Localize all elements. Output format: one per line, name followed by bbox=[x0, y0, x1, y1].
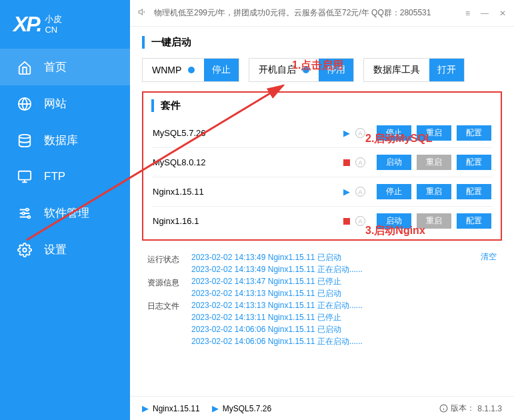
suite-name: MySQL8.0.12 bbox=[153, 157, 343, 167]
speaker-icon bbox=[138, 7, 147, 19]
footer: ▶Nginx1.15.11 ▶MySQL5.7.26 版本：8.1.1.3 bbox=[130, 396, 514, 420]
status-dot bbox=[303, 67, 309, 73]
nav-label: 数据库 bbox=[44, 133, 78, 148]
action-button[interactable]: 配置 bbox=[457, 213, 491, 229]
action-button[interactable]: 配置 bbox=[457, 125, 491, 141]
nav-label: FTP bbox=[44, 170, 65, 183]
logo-xp: XP. bbox=[13, 12, 41, 37]
quick-wnmp: WNMP 停止 bbox=[142, 58, 239, 82]
stop-icon bbox=[343, 218, 350, 225]
log-line: 2023-02-02 14:13:49 Nginx1.15.11 已启动 bbox=[191, 251, 469, 263]
action-button[interactable]: 启动 bbox=[377, 213, 411, 229]
suite-actions: 停止重启配置 bbox=[377, 184, 491, 199]
stop-button[interactable]: 停止 bbox=[204, 59, 239, 81]
play-icon: ▶ bbox=[142, 403, 149, 413]
suite-row: Nginx1.16.1A启动重启配置 bbox=[151, 206, 493, 235]
nav-ftp[interactable]: FTP bbox=[0, 159, 130, 195]
suite-row: MySQL8.0.12A启动重启配置 bbox=[151, 147, 493, 177]
sliders-icon bbox=[17, 206, 32, 221]
play-icon: ▶ bbox=[343, 187, 350, 197]
log-line: 2023-02-02 14:06:06 Nginx1.15.11 正在启动...… bbox=[191, 335, 469, 347]
info-label-log[interactable]: 日志文件 bbox=[147, 301, 179, 312]
footer-mysql: ▶MySQL5.7.26 bbox=[212, 403, 271, 413]
quick-label: 数据库工具 bbox=[373, 64, 420, 76]
log-line: 2023-02-02 14:13:47 Nginx1.15.11 已停止 bbox=[191, 275, 469, 287]
globe-icon bbox=[17, 97, 32, 111]
quick-title: 一键启动 bbox=[142, 36, 502, 49]
info-icon bbox=[439, 404, 448, 413]
nav-label: 设置 bbox=[44, 242, 67, 257]
action-button[interactable]: 启动 bbox=[377, 155, 411, 170]
open-button[interactable]: 打开 bbox=[429, 59, 464, 81]
info-label-resource[interactable]: 资源信息 bbox=[147, 277, 179, 289]
gear-icon bbox=[17, 243, 32, 257]
svg-rect-2 bbox=[19, 171, 31, 180]
suite-status: ▶A bbox=[343, 187, 377, 197]
quick-label: WNMP bbox=[152, 65, 181, 75]
suite-name: Nginx1.15.11 bbox=[153, 187, 343, 197]
suite-name: Nginx1.16.1 bbox=[153, 216, 343, 226]
log-line: 2023-02-02 14:13:49 Nginx1.15.11 正在启动...… bbox=[191, 263, 469, 275]
logo: XP. 小皮 CN bbox=[0, 0, 130, 49]
nav-label: 软件管理 bbox=[44, 205, 89, 221]
auto-icon: A bbox=[355, 157, 365, 167]
topbar-notice: 物理机低至299元/年，拼团成功0元得。云服务器低至72元/年 QQ群：2805… bbox=[154, 7, 431, 19]
log-line: 2023-02-02 14:13:13 Nginx1.15.11 已启动 bbox=[191, 287, 469, 299]
suite-row: Nginx1.15.11▶A停止重启配置 bbox=[151, 177, 493, 206]
close-icon[interactable]: ✕ bbox=[499, 9, 506, 18]
main: 物理机低至299元/年，拼团成功0元得。云服务器低至72元/年 QQ群：2805… bbox=[130, 0, 514, 420]
nav-settings[interactable]: 设置 bbox=[0, 231, 130, 268]
log-line: 2023-02-02 14:06:06 Nginx1.15.11 已启动 bbox=[191, 323, 469, 335]
suite-panel: 套件 MySQL5.7.26▶A停止重启配置MySQL8.0.12A启动重启配置… bbox=[142, 91, 502, 241]
disable-button[interactable]: 停用 bbox=[319, 59, 353, 81]
suite-actions: 启动重启配置 bbox=[377, 155, 491, 170]
info-label-status[interactable]: 运行状态 bbox=[147, 254, 179, 265]
quick-label: 开机自启 bbox=[259, 64, 296, 76]
suite-actions: 启动重启配置 bbox=[377, 213, 491, 229]
play-icon: ▶ bbox=[212, 403, 219, 413]
quick-dbtool: 数据库工具 打开 bbox=[363, 58, 465, 82]
nav-site[interactable]: 网站 bbox=[0, 85, 130, 122]
auto-icon: A bbox=[355, 216, 365, 226]
footer-nginx: ▶Nginx1.15.11 bbox=[142, 403, 200, 413]
info-panel: 运行状态 资源信息 日志文件 2023-02-02 14:13:49 Nginx… bbox=[142, 249, 502, 350]
suite-status: A bbox=[343, 216, 377, 226]
auto-icon: A bbox=[355, 187, 365, 197]
sidebar: XP. 小皮 CN 首页 网站 数据库 FTP bbox=[0, 0, 130, 420]
svg-point-6 bbox=[23, 248, 27, 252]
nav-db[interactable]: 数据库 bbox=[0, 122, 130, 159]
logo-small: 小皮 bbox=[45, 14, 62, 25]
action-button[interactable]: 重启 bbox=[417, 155, 451, 170]
log-line: 2023-02-02 14:13:13 Nginx1.15.11 正在启动...… bbox=[191, 299, 469, 311]
log-list: 2023-02-02 14:13:49 Nginx1.15.11 已启动2023… bbox=[191, 251, 469, 347]
clear-button[interactable]: 清空 bbox=[481, 251, 497, 347]
svg-point-1 bbox=[19, 134, 31, 138]
topbar: 物理机低至299元/年，拼团成功0元得。云服务器低至72元/年 QQ群：2805… bbox=[130, 0, 514, 27]
db-icon bbox=[17, 133, 32, 148]
svg-point-5 bbox=[28, 215, 31, 218]
suite-name: MySQL5.7.26 bbox=[153, 128, 343, 138]
action-button[interactable]: 停止 bbox=[377, 125, 411, 141]
action-button[interactable]: 重启 bbox=[417, 184, 451, 199]
action-button[interactable]: 重启 bbox=[417, 125, 451, 141]
home-icon bbox=[17, 60, 32, 75]
stop-icon bbox=[343, 159, 350, 166]
action-button[interactable]: 配置 bbox=[457, 184, 491, 199]
action-button[interactable]: 重启 bbox=[417, 213, 451, 229]
logo-cn: CN bbox=[45, 25, 62, 35]
nav-home[interactable]: 首页 bbox=[0, 49, 130, 85]
suite-actions: 停止重启配置 bbox=[377, 125, 491, 141]
suite-status: A bbox=[343, 157, 377, 167]
nav-label: 网站 bbox=[44, 96, 67, 111]
menu-icon[interactable]: ≡ bbox=[465, 9, 470, 18]
action-button[interactable]: 停止 bbox=[377, 184, 411, 199]
minimize-icon[interactable]: — bbox=[481, 9, 489, 18]
nav: 首页 网站 数据库 FTP 软件管理 设置 bbox=[0, 49, 130, 268]
monitor-icon bbox=[17, 169, 32, 184]
action-button[interactable]: 配置 bbox=[457, 155, 491, 170]
quick-autostart: 开机自启 停用 bbox=[249, 58, 354, 82]
status-dot bbox=[188, 67, 195, 73]
nav-software[interactable]: 软件管理 bbox=[0, 195, 130, 231]
suite-title: 套件 bbox=[151, 99, 493, 112]
auto-icon: A bbox=[355, 128, 365, 138]
